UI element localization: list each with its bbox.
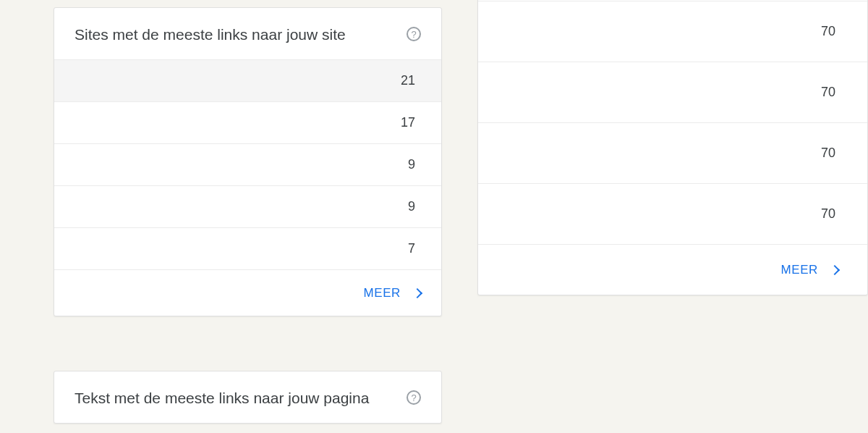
- table-row[interactable]: 9: [54, 143, 441, 185]
- help-icon[interactable]: ?: [407, 27, 421, 41]
- table-row[interactable]: 7: [54, 227, 441, 269]
- card-title: Sites met de meeste links naar jouw site: [75, 24, 346, 45]
- row-value: 70: [821, 24, 835, 39]
- row-value: 70: [821, 206, 835, 222]
- row-value: 70: [821, 85, 835, 100]
- row-value: 70: [821, 146, 835, 161]
- table-row[interactable]: 70: [478, 122, 867, 183]
- help-icon-glyph: ?: [411, 392, 416, 403]
- chevron-right-icon: [412, 288, 422, 298]
- row-value: 7: [408, 241, 415, 256]
- card-header: Tekst met de meeste links naar jouw pagi…: [54, 371, 441, 423]
- table-row[interactable]: 17: [54, 101, 441, 143]
- table-row[interactable]: 70: [478, 183, 867, 244]
- more-button[interactable]: MEER: [478, 244, 867, 295]
- card-header: Sites met de meeste links naar jouw site…: [54, 8, 441, 59]
- more-label: MEER: [363, 286, 401, 300]
- card-right-panel: 70 70 70 70 MEER: [477, 0, 868, 295]
- table-row[interactable]: 70: [478, 1, 867, 62]
- help-icon-glyph: ?: [411, 29, 416, 40]
- row-value: 17: [401, 115, 415, 130]
- chevron-right-icon: [830, 264, 840, 274]
- card-top-linking-text: Tekst met de meeste links naar jouw pagi…: [54, 371, 442, 424]
- card-top-linking-sites: Sites met de meeste links naar jouw site…: [54, 7, 442, 316]
- card-title: Tekst met de meeste links naar jouw pagi…: [75, 387, 369, 408]
- more-label: MEER: [780, 263, 818, 277]
- row-value: 9: [408, 199, 415, 214]
- row-value: 21: [401, 73, 415, 88]
- more-button[interactable]: MEER: [54, 269, 441, 316]
- table-row[interactable]: 21: [54, 59, 441, 101]
- table-row[interactable]: 70: [478, 62, 867, 122]
- row-value: 9: [408, 157, 415, 172]
- help-icon[interactable]: ?: [407, 390, 421, 405]
- table-row[interactable]: 9: [54, 185, 441, 227]
